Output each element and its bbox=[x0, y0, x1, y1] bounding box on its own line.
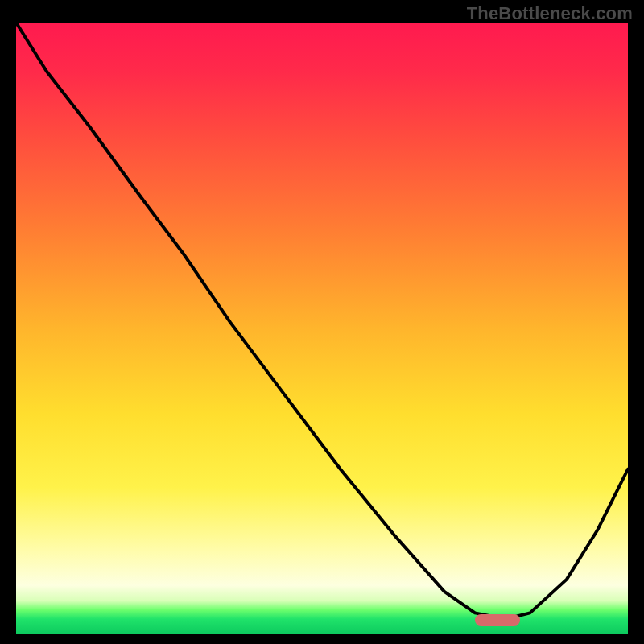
chart-stage: TheBottleneck.com bbox=[0, 0, 644, 644]
watermark-text: TheBottleneck.com bbox=[467, 3, 633, 24]
plot-area bbox=[16, 23, 628, 634]
optimal-marker bbox=[475, 614, 520, 626]
bottleneck-curve-path bbox=[16, 23, 628, 619]
curve-layer bbox=[16, 23, 628, 634]
